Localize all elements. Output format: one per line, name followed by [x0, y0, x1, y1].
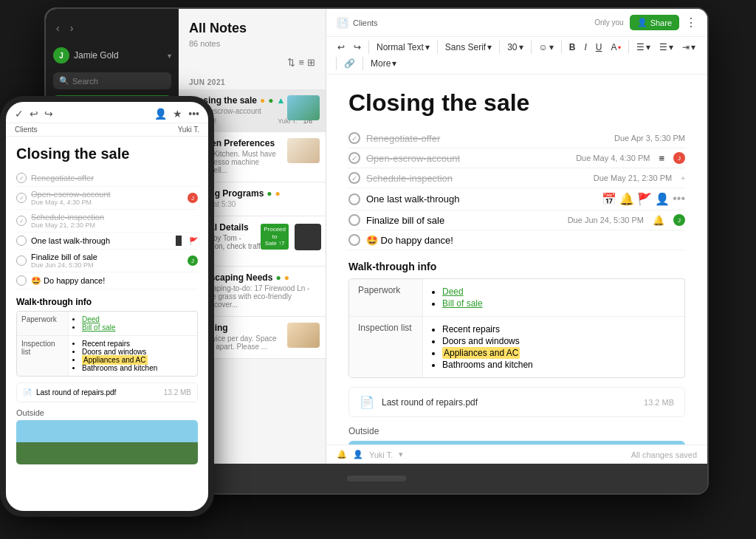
info-content: Deed Bill of sale — [423, 279, 684, 316]
info-label: Paperwork — [349, 279, 423, 316]
phone-doc-title: Closing the sale — [16, 145, 198, 162]
phone-task-content: Open-escrow-account Due May 4, 4:30 PM — [31, 190, 183, 206]
deed-link[interactable]: Deed — [442, 286, 464, 297]
notes-section-label: JUN 2021 — [179, 72, 326, 89]
bold-button[interactable]: B — [566, 40, 580, 55]
phone-user-label: Yuki T. — [178, 126, 199, 134]
phone-redo-button[interactable]: ↪ — [44, 108, 53, 120]
share-button[interactable]: 👤 Share — [630, 15, 679, 30]
italic-button[interactable]: I — [580, 40, 590, 55]
deed-link[interactable]: Deed — [82, 315, 100, 323]
info-label: Inspection list — [349, 317, 423, 377]
phone-back-button[interactable]: ✓ — [15, 108, 24, 120]
indent-button[interactable]: ⇥ ▾ — [678, 40, 699, 55]
task-action-icons: 📅 🔔 🚩 👤 ••• — [602, 192, 685, 206]
more-toolbar-button[interactable]: More ▾ — [367, 56, 400, 71]
phone-task-checkbox[interactable] — [16, 173, 27, 183]
saved-label: All changes saved — [631, 450, 697, 459]
phone-task-avatar: J — [188, 255, 198, 266]
phone-task-text: One last walk-through — [31, 236, 170, 245]
task-item: 🤩 Do happy dance! — [348, 230, 685, 250]
editor-footer: 🔔 👤 Yuki T. ▾ All changes saved — [326, 444, 707, 464]
history-back-icon[interactable]: ↩ — [334, 40, 348, 55]
underline-button[interactable]: U — [592, 40, 606, 55]
calendar-icon[interactable]: 📅 — [602, 192, 616, 206]
task-item: Finalize bill of sale Due Jun 24, 5:30 P… — [348, 210, 685, 230]
color-button[interactable]: A ▾ — [607, 40, 625, 55]
editor-toolbar: ↩ ↪ Normal Text ▾ Sans Serif ▾ 30 ▾ ☺ ▾ … — [326, 37, 707, 75]
font-size-selector[interactable]: 30 ▾ — [504, 40, 526, 55]
phone-info-content: Recent repairs Doors and windows Applian… — [69, 336, 197, 376]
bell-icon[interactable]: 🔔 — [619, 192, 634, 206]
more-icon[interactable]: ••• — [673, 192, 685, 206]
tag-green: ● — [268, 95, 273, 106]
task-checkbox[interactable] — [348, 193, 360, 205]
task-due-date: Due May 4, 4:30 PM — [576, 154, 650, 162]
task-checkbox[interactable] — [348, 234, 360, 246]
assign-icon: + — [681, 174, 685, 182]
filter-icon[interactable]: ⇅ — [287, 57, 295, 68]
history-forward-icon[interactable]: ↪ — [350, 40, 365, 55]
proceed-badge: ProceedtoSale ↑7 — [261, 224, 289, 250]
phone-info-row: Paperwork Deed Bill of sale — [17, 312, 197, 336]
phone-task-checkbox[interactable] — [16, 236, 27, 246]
numbered-list-button[interactable]: ☰ ▾ — [656, 40, 677, 55]
task-avatar: J — [673, 152, 685, 164]
flag-icon[interactable]: 🚩 — [637, 192, 652, 206]
sort-icon[interactable]: ≡ — [298, 57, 304, 68]
share-button-label: Share — [650, 18, 672, 27]
tag-teal: ▲ — [277, 95, 286, 106]
link-button[interactable]: 🔗 — [340, 56, 359, 71]
normal-text-selector[interactable]: Normal Text ▾ — [373, 40, 433, 55]
task-due-date: Due Apr 3, 5:30 PM — [614, 134, 685, 143]
phone-task-checkbox[interactable] — [16, 193, 27, 203]
flag-icon: ≡ — [659, 153, 664, 164]
grid-icon[interactable]: ⊞ — [307, 57, 315, 68]
bill-link[interactable]: Bill of sale — [82, 323, 116, 332]
task-checkbox[interactable] — [348, 132, 360, 144]
phone-shell: ✓ ↩ ↪ 👤 ★ ••• Clients Yuki T. Closing th… — [0, 96, 214, 517]
editor-topbar: 📄 Clients Only you 👤 Share ⋮ — [326, 9, 707, 37]
phone-task-item: Finalize bill of sale Due Jun 24, 5:30 P… — [16, 250, 198, 272]
more-button[interactable]: ⋮ — [685, 16, 697, 30]
notes-title: All Notes — [189, 21, 315, 36]
task-text: Open-escrow-account — [366, 153, 570, 164]
font-family-selector[interactable]: Sans Serif ▾ — [441, 40, 495, 55]
phone-task-checkbox[interactable] — [16, 216, 27, 226]
section-heading: Walk-through info — [348, 261, 685, 272]
assign-icon[interactable]: 👤 — [655, 192, 670, 206]
doc-title: Closing the sale — [348, 89, 685, 117]
editor-panel: 📄 Clients Only you 👤 Share ⋮ ↩ ↪ Normal … — [326, 9, 707, 464]
phone-undo-button[interactable]: ↩ — [30, 108, 38, 120]
search-bar[interactable]: 🔍 Search — [53, 72, 171, 89]
task-input[interactable]: One last walk-through — [366, 193, 596, 205]
task-checkbox[interactable] — [348, 152, 360, 164]
task-flag-icon: 🚩 — [189, 237, 198, 245]
phone-task-checkbox[interactable] — [16, 275, 27, 286]
emoji-button[interactable]: ☺ ▾ — [535, 40, 557, 55]
bill-of-sale-link[interactable]: Bill of sale — [442, 298, 483, 309]
user-row[interactable]: J Jamie Gold ▾ — [46, 43, 179, 68]
task-checkbox[interactable] — [348, 214, 360, 226]
phone-more-button[interactable]: ••• — [188, 108, 199, 120]
phone-task-avatar: J — [188, 193, 198, 203]
bell-icon[interactable]: 🔔 — [337, 450, 347, 459]
pdf-attachment[interactable]: 📄 Last round of repairs.pdf 13.2 MB — [348, 387, 685, 417]
note-thumbnail — [287, 95, 320, 120]
back-button[interactable]: ‹ — [53, 21, 63, 35]
phone-info-row: Inspection list Recent repairs Doors and… — [17, 336, 197, 376]
forward-button[interactable]: › — [67, 21, 77, 35]
phone-pdf-attachment[interactable]: 📄 Last round of repairs.pdf 13.2 MB — [16, 382, 198, 402]
task-checkbox[interactable] — [348, 172, 360, 184]
task-avatar: J — [673, 214, 685, 226]
info-table-row: Paperwork Deed Bill of sale — [349, 279, 684, 317]
list-item: Bathrooms and kitchen — [82, 364, 193, 372]
breadcrumb-area: 📄 Clients — [337, 17, 588, 29]
phone-attachment-name: Last round of repairs.pdf — [36, 388, 159, 396]
bullet-list-button[interactable]: ☰ ▾ — [633, 40, 654, 55]
phone-task-checkbox[interactable] — [16, 255, 27, 266]
phone-user-button[interactable]: 👤 — [154, 108, 167, 120]
phone-star-button[interactable]: ★ — [173, 108, 182, 120]
chevron-down-icon: ▾ — [168, 52, 171, 60]
breadcrumb-text: Clients — [15, 126, 38, 134]
